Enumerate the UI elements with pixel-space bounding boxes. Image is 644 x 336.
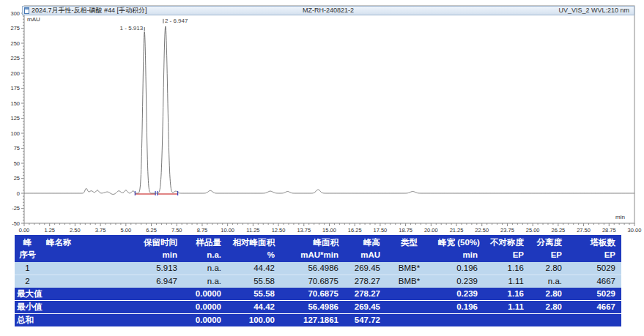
peak-cell: 70.6875 bbox=[281, 275, 344, 288]
x-axis-tick-label: 22.50 bbox=[475, 227, 489, 233]
summary-cell: 100.00 bbox=[227, 314, 281, 327]
summary-cell bbox=[568, 314, 621, 327]
y-axis-tick-label: 0 bbox=[17, 190, 20, 197]
col-header-10: 不对称度EP bbox=[484, 235, 530, 262]
peak-cell: 2.80 bbox=[530, 262, 568, 275]
x-axis-tick-label: 15.00 bbox=[322, 227, 336, 233]
summary-label: 最小值 bbox=[15, 301, 44, 314]
chromatogram-chart[interactable]: -50-250255075100125150175200225250275300… bbox=[0, 0, 644, 233]
summary-cell bbox=[44, 314, 110, 327]
summary-label: 总和 bbox=[15, 314, 44, 327]
summary-cell bbox=[386, 301, 436, 314]
summary-cell bbox=[484, 314, 530, 327]
injection-document-icon bbox=[24, 7, 29, 14]
header-row: 峰序号峰名称保留时间min样品量n.a.相对峰面积%峰面积mAU*min峰高mA… bbox=[15, 235, 621, 262]
plot-area-frame bbox=[24, 6, 634, 223]
x-axis-tick-label: 2.50 bbox=[70, 227, 81, 233]
summary-cell: 2.80 bbox=[530, 288, 568, 301]
peak-cell: 55.58 bbox=[227, 275, 281, 288]
y-axis-tick-label: 225 bbox=[10, 55, 20, 61]
peak-cell: 1 bbox=[15, 262, 44, 275]
x-axis-tick-label: 25.00 bbox=[526, 227, 540, 233]
x-axis-tick-label: 28.75 bbox=[602, 227, 616, 233]
summary-cell bbox=[44, 288, 110, 301]
peak-cell: 0.196 bbox=[436, 262, 484, 275]
x-axis-tick-label: 26.25 bbox=[551, 227, 565, 233]
peak-cell: n.a. bbox=[183, 262, 227, 275]
summary-cell: 2.80 bbox=[530, 301, 568, 314]
peak-cell: n.a. bbox=[183, 275, 227, 288]
summary-cell: 4667 bbox=[568, 301, 621, 314]
summary-cell bbox=[44, 301, 110, 314]
summary-cell: 55.58 bbox=[227, 288, 281, 301]
x-axis-tick-label: 20.00 bbox=[424, 227, 438, 233]
peak-cell: 56.4986 bbox=[281, 262, 344, 275]
summary-cell: 278.27 bbox=[344, 288, 386, 301]
summary-cell: 5029 bbox=[568, 288, 621, 301]
x-axis-tick-label: 17.50 bbox=[374, 227, 388, 233]
peak-cell: 6.947 bbox=[110, 275, 183, 288]
peak-cell: 5029 bbox=[568, 262, 621, 275]
chromatogram-titlebar[interactable]: MZ-RH-240821-2 2024.7月手性-反相-磷酸 #44 [手动积分… bbox=[22, 6, 634, 15]
col-header-11: 分离度EP bbox=[530, 235, 568, 262]
results-table-body: 15.913n.a.44.4256.4986269.45BMB*0.1961.1… bbox=[15, 262, 621, 288]
summary-cell: 1.11 bbox=[484, 301, 530, 314]
peak-cell bbox=[44, 262, 110, 275]
summary-cell: 1.16 bbox=[484, 288, 530, 301]
chromatogram-panel: -50-250255075100125150175200225250275300… bbox=[0, 0, 644, 233]
summary-cell: 0.196 bbox=[436, 301, 484, 314]
col-header-1: 峰序号 bbox=[15, 235, 44, 262]
y-axis-tick-label: 250 bbox=[10, 40, 20, 47]
peak-cell: 278.27 bbox=[344, 275, 386, 288]
x-axis-tick-label: 3.75 bbox=[95, 227, 106, 233]
x-axis-tick-label: 18.75 bbox=[399, 227, 412, 233]
peak-row-2[interactable]: 26.947n.a.55.5870.6875278.27BMB*0.2391.1… bbox=[15, 275, 621, 288]
peak-cell bbox=[44, 275, 110, 288]
summary-cell: 269.45 bbox=[344, 301, 386, 314]
summary-cell bbox=[386, 314, 436, 327]
peak-cell: 5.913 bbox=[110, 262, 183, 275]
x-axis-tick-label: 1.25 bbox=[44, 227, 55, 233]
peak-cell: 4667 bbox=[568, 275, 621, 288]
peak-row-1[interactable]: 15.913n.a.44.4256.4986269.45BMB*0.1961.1… bbox=[15, 262, 621, 275]
injection-title: 2024.7月手性-反相-磷酸 #44 [手动积分] bbox=[32, 7, 147, 15]
x-axis-tick-label: 10.00 bbox=[221, 227, 234, 233]
results-table-header: 峰序号峰名称保留时间min样品量n.a.相对峰面积%峰面积mAU*min峰高mA… bbox=[15, 235, 621, 262]
summary-cell bbox=[110, 288, 183, 301]
col-header-12: 塔板数EP bbox=[568, 235, 621, 262]
col-header-4: 样品量n.a. bbox=[183, 235, 227, 262]
summary-cell: 56.4986 bbox=[281, 301, 344, 314]
summary-cell: 44.42 bbox=[227, 301, 281, 314]
col-header-2: 峰名称 bbox=[44, 235, 110, 262]
summary-cell bbox=[110, 301, 183, 314]
y-axis-tick-label: 125 bbox=[10, 115, 20, 122]
x-axis-tick-label: 16.25 bbox=[348, 227, 362, 233]
y-axis-tick-label: 275 bbox=[10, 25, 20, 31]
peak-cell: BMB* bbox=[386, 275, 436, 288]
x-axis-tick-label: 8.75 bbox=[197, 227, 208, 233]
summary-row-min: 最小值0.000044.4256.4986269.450.1961.112.80… bbox=[15, 301, 621, 314]
summary-cell: 0.0000 bbox=[183, 314, 227, 327]
peak-cell: 1.11 bbox=[484, 275, 530, 288]
peak-cell: 44.42 bbox=[227, 262, 281, 275]
summary-cell: 0.0000 bbox=[183, 301, 227, 314]
col-header-7: 峰高mAU bbox=[344, 235, 386, 262]
x-axis-unit-label: min bbox=[615, 214, 625, 220]
col-header-8: 类型 bbox=[386, 235, 436, 262]
summary-cell bbox=[530, 314, 568, 327]
peak-label: 1 - 5.913 bbox=[120, 25, 144, 31]
x-axis-tick-label: 0.00 bbox=[19, 227, 30, 233]
y-axis-tick-label: 175 bbox=[10, 85, 20, 92]
x-axis-tick-label: 5.00 bbox=[121, 227, 132, 233]
peak-cell: n.a. bbox=[530, 275, 568, 288]
summary-cell: 0.239 bbox=[436, 288, 484, 301]
col-header-9: 峰宽 (50%)min bbox=[436, 235, 484, 262]
x-axis-tick-label: 6.25 bbox=[146, 227, 157, 233]
col-header-6: 峰面积mAU*min bbox=[281, 235, 344, 262]
peak-cell: BMB* bbox=[386, 262, 436, 275]
x-axis-tick-label: 11.25 bbox=[246, 227, 259, 233]
summary-cell: 0.0000 bbox=[183, 288, 227, 301]
peak-results-table: 峰序号峰名称保留时间min样品量n.a.相对峰面积%峰面积mAU*min峰高mA… bbox=[15, 235, 621, 326]
peak-cell: 269.45 bbox=[344, 262, 386, 275]
y-axis-tick-label: 150 bbox=[10, 100, 20, 107]
